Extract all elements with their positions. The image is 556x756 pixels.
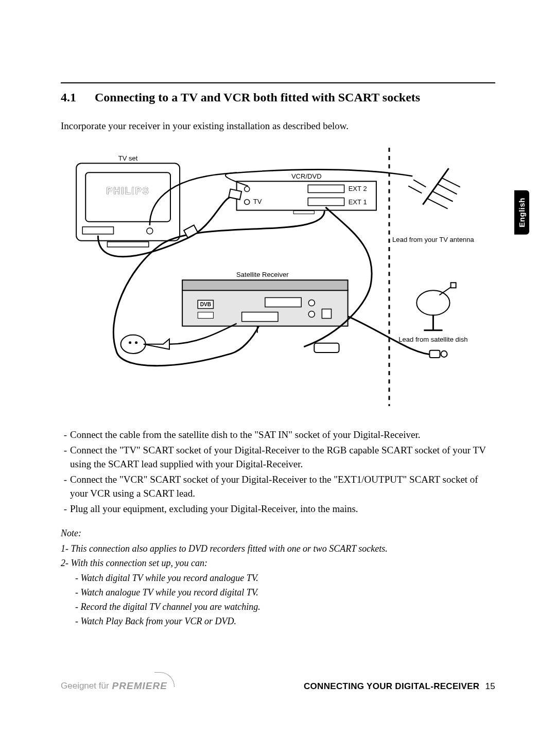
svg-line-22: [437, 184, 457, 194]
note-2-sub: - Watch Play Back from your VCR or DVD.: [61, 614, 495, 628]
tv-set-label: TV set: [118, 154, 138, 162]
heading-title: Connecting to a TV and VCR both fitted w…: [95, 91, 420, 104]
dvb-label: DVB: [200, 302, 211, 307]
satellite-receiver-icon: Satellite Receiver DVB: [182, 271, 348, 333]
svg-rect-13: [242, 312, 278, 321]
svg-rect-32: [429, 350, 440, 358]
svg-point-26: [416, 290, 449, 315]
page-footer: Geeignet für PREMIERE CONNECTING YOUR DI…: [61, 680, 495, 692]
svg-point-33: [441, 351, 447, 357]
note-2-sub: - Watch digital TV while you record anal…: [61, 571, 495, 585]
tv-scart-socket-icon: [82, 226, 113, 234]
heading-number: 4.1: [61, 90, 92, 106]
vcr-box-icon: VCR/DVD TV EXT 2 EXT 1: [237, 172, 376, 214]
note-1: 1- This connection also applies to DVD r…: [61, 542, 495, 555]
svg-line-20: [427, 198, 447, 208]
svg-point-34: [121, 335, 146, 353]
svg-point-15: [308, 300, 315, 306]
svg-rect-14: [265, 297, 301, 307]
dish-lead-label: Lead from satellite dish: [398, 336, 467, 343]
note-2: 2- With this connection set up, you can:: [61, 556, 495, 570]
scart-plug-icon: [229, 189, 241, 199]
svg-point-16: [308, 311, 315, 317]
svg-rect-6: [308, 185, 344, 192]
satreceiver-label: Satellite Receiver: [236, 271, 289, 278]
ext1-label: EXT 1: [349, 198, 367, 205]
tv-set-icon: TV set PHILIPS: [76, 154, 180, 247]
language-tab: English: [514, 190, 529, 235]
connection-diagram: TV set PHILIPS VCR/DVD TV EXT 2 EXT 1: [61, 148, 495, 408]
svg-line-23: [442, 178, 460, 187]
ext2-label: EXT 2: [349, 185, 367, 192]
notes-block: 1- This connection also applies to DVD r…: [61, 542, 495, 628]
footer-right: CONNECTING YOUR DIGITAL-RECEIVER 15: [304, 681, 495, 692]
page-number: 15: [485, 681, 495, 691]
note-2-sub: - Watch analogue TV while you record dig…: [61, 586, 495, 599]
note-2-sub: - Record the digital TV channel you are …: [61, 600, 495, 613]
dish-icon: [416, 283, 456, 330]
svg-rect-30: [451, 283, 456, 288]
f-plug-icon: [314, 343, 339, 353]
top-rule: [61, 82, 495, 83]
antenna-lead-label-1: Lead from your TV antenna: [392, 236, 474, 243]
premiere-arc-icon: [154, 672, 175, 687]
svg-rect-10: [182, 280, 348, 290]
instruction-list: -Connect the cable from the satellite di…: [61, 428, 495, 516]
section-heading: 4.1 Connecting to a TV and VCR both fitt…: [61, 90, 495, 106]
page: 4.1 Connecting to a TV and VCR both fitt…: [0, 0, 556, 756]
svg-line-25: [413, 180, 426, 187]
svg-rect-8: [293, 210, 314, 214]
f-connector-icon: [429, 350, 447, 358]
svg-rect-12: [198, 312, 213, 318]
svg-point-36: [135, 341, 137, 344]
svg-line-24: [408, 186, 422, 193]
svg-rect-7: [308, 198, 344, 205]
note-label: Note:: [61, 528, 495, 539]
tv-port-label: TV: [253, 197, 262, 205]
svg-text:Lead from satellite dish: Lead from satellite dish: [398, 336, 467, 343]
mains-plug-icon: [121, 335, 169, 353]
list-item: -Connect the "TV" SCART socket of your D…: [61, 443, 495, 471]
list-item: -Connect the cable from the satellite di…: [61, 428, 495, 442]
svg-line-19: [423, 168, 448, 204]
svg-rect-17: [322, 309, 331, 318]
svg-rect-2: [107, 242, 148, 247]
geeignet-label: Geeignet für: [61, 681, 109, 691]
svg-point-4: [245, 186, 250, 191]
tv-coax-socket-icon: [147, 227, 153, 234]
philips-brand: PHILIPS: [106, 186, 149, 196]
svg-line-21: [432, 191, 453, 201]
antenna-icon: [408, 168, 460, 208]
svg-rect-37: [229, 189, 241, 199]
svg-point-5: [245, 199, 250, 204]
list-item: -Plug all your equipment, excluding your…: [61, 502, 495, 516]
list-item: -Connect the "VCR" SCART socket of your …: [61, 472, 495, 501]
footer-section: CONNECTING YOUR DIGITAL-RECEIVER: [304, 681, 479, 691]
vcr-label: VCR/DVD: [291, 172, 322, 180]
svg-point-35: [129, 341, 131, 344]
intro-text: Incorporate your receiver in your existi…: [61, 119, 495, 133]
footer-left: Geeignet für PREMIERE: [61, 680, 172, 692]
svg-rect-1: [85, 172, 170, 221]
